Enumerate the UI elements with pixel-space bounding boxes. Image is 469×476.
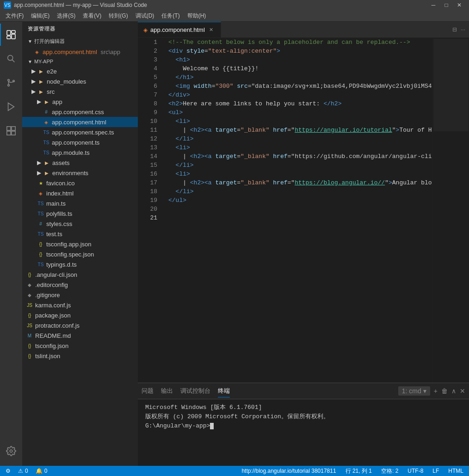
menu-item-t[interactable]: 任务(T) — [158, 11, 183, 21]
title-bar-controls: ─ □ ✕ — [427, 0, 465, 10]
tree-item-index-html[interactable]: ◈index.html — [22, 188, 138, 198]
title-bar-left: VS app.component.html — my-app — Visual … — [4, 1, 147, 9]
git-icon[interactable] — [0, 72, 22, 94]
editor-tab-app-component-html[interactable]: ◈ app.component.html ✕ — [138, 22, 221, 37]
maximize-button[interactable]: □ — [440, 0, 452, 10]
error-count: 0 — [25, 468, 28, 474]
tree-item-typings-d-ts[interactable]: TStypings.d.ts — [22, 259, 138, 269]
tree-item-test-ts[interactable]: TStest.ts — [22, 229, 138, 239]
tree-item-app[interactable]: ▶▶app — [22, 97, 138, 107]
minimize-button[interactable]: ─ — [427, 0, 439, 10]
menu-item-s[interactable]: 选择(S) — [53, 11, 79, 21]
settings-icon[interactable] — [0, 440, 22, 462]
close-button[interactable]: ✕ — [453, 0, 465, 10]
tree-item--angular-cli-json[interactable]: {}.angular-cli.json — [22, 269, 138, 280]
tree-item-styles-css[interactable]: #styles.css — [22, 219, 138, 229]
tree-item-e2e[interactable]: ▶▶e2e — [22, 66, 138, 76]
panel-up-icon[interactable]: ∧ — [451, 387, 456, 395]
status-link[interactable]: http://blog.angular.io/tutorial 38017811 — [240, 468, 338, 474]
add-terminal-icon[interactable]: + — [434, 387, 438, 395]
debug-icon[interactable] — [0, 96, 22, 118]
file-type-icon: {} — [37, 240, 44, 248]
menu-item-h[interactable]: 帮助(H) — [184, 11, 210, 21]
menu-item-g[interactable]: 转到(G) — [105, 11, 131, 21]
more-actions-icon[interactable]: ··· — [461, 26, 465, 33]
terminal-panel: 问题 输出 调试控制台 终端 1: cmd ▾ + 🗑 ∧ ✕ Microsof… — [138, 383, 469, 466]
project-section[interactable]: ▼ MY-APP — [22, 57, 138, 66]
svg-rect-2 — [12, 34, 15, 39]
menu-item-f[interactable]: 文件(F) — [2, 11, 27, 21]
line-ending[interactable]: LF — [431, 468, 441, 474]
indentation[interactable]: 空格: 2 — [379, 467, 400, 475]
tree-item-app-component-spec-ts[interactable]: TSapp.component.spec.ts — [22, 127, 138, 137]
tab-close-button[interactable]: ✕ — [208, 26, 215, 34]
error-icon: ⚠ — [18, 468, 23, 474]
tree-item-karma-conf-js[interactable]: JSkarma.conf.js — [22, 300, 138, 310]
tree-item-app-module-ts[interactable]: TSapp.module.ts — [22, 147, 138, 158]
tree-item-assets[interactable]: ▶▶assets — [22, 158, 138, 168]
tree-item-app-component-html[interactable]: ◈app.component.html — [22, 117, 138, 127]
open-editors-section[interactable]: ▼ 打开的编辑器 — [22, 36, 138, 47]
errors-status-item[interactable]: ⚠ 0 — [16, 468, 30, 474]
tree-item-polyfills-ts[interactable]: TSpolyfills.ts — [22, 208, 138, 219]
tree-item-main-ts[interactable]: TSmain.ts — [22, 198, 138, 208]
tree-item-app-component-ts[interactable]: TSapp.component.ts — [22, 137, 138, 147]
line-col-text: 行 21, 列 1 — [346, 467, 372, 475]
tree-item-favicon-ico[interactable]: ★favicon.ico — [22, 178, 138, 188]
terminal-dropdown[interactable]: 1: cmd ▾ — [398, 386, 430, 396]
git-branch-icon: ⚙ — [6, 468, 11, 474]
terminal-content[interactable]: Microsoft Windows [版本 6.1.7601]版权所有 (c) … — [138, 399, 469, 466]
svg-point-4 — [8, 55, 13, 61]
chevron-icon: ▼ — [28, 39, 32, 44]
terminal-tabs-bar: 问题 输出 调试控制台 终端 1: cmd ▾ + 🗑 ∧ ✕ — [138, 383, 469, 399]
file-label: typings.d.ts — [46, 261, 77, 268]
output-tab[interactable]: 输出 — [161, 385, 173, 397]
file-type-icon: ▶ — [43, 169, 50, 177]
language-mode[interactable]: HTML — [446, 468, 465, 474]
tab-file-icon: ◈ — [143, 27, 148, 33]
terminal-tab[interactable]: 终端 — [218, 385, 230, 397]
menu-item-e[interactable]: 编辑(E) — [27, 11, 53, 21]
code-area[interactable]: <!--The content below is only a placehol… — [161, 38, 432, 383]
warnings-status-item[interactable]: 🔔 0 — [34, 468, 49, 474]
tree-item-tsconfig-json[interactable]: {}tsconfig.json — [22, 341, 138, 351]
tree-item-protractor-conf-js[interactable]: JSprotractor.conf.js — [22, 320, 138, 330]
cursor-position[interactable]: 行 21, 列 1 — [344, 467, 374, 475]
kill-terminal-icon[interactable]: 🗑 — [441, 387, 448, 395]
tree-item-environments[interactable]: ▶▶environments — [22, 168, 138, 178]
extensions-icon[interactable] — [0, 120, 22, 142]
tree-item-tsconfig-app-json[interactable]: {}tsconfig.app.json — [22, 239, 138, 249]
line-number-19: 19 — [142, 196, 157, 205]
file-label: environments — [52, 170, 88, 177]
open-file-item[interactable]: ◈ app.component.html src\app — [22, 47, 138, 57]
line-number-4: 4 — [142, 64, 157, 73]
tree-item-app-component-css[interactable]: #app.component.css — [22, 107, 138, 117]
tree-item--editorconfig[interactable]: ◆.editorconfig — [22, 280, 138, 290]
file-label: .editorconfig — [35, 281, 68, 288]
tree-item-src[interactable]: ▶▶src — [22, 86, 138, 97]
problems-tab[interactable]: 问题 — [142, 385, 154, 397]
tree-item-tslint-json[interactable]: {}tslint.json — [22, 351, 138, 361]
tree-item-readme-md[interactable]: MREADME.md — [22, 330, 138, 341]
encoding[interactable]: UTF-8 — [406, 468, 425, 474]
tree-item-package-json[interactable]: {}package.json — [22, 310, 138, 320]
code-line-14: | <h2><a target="_blank" href="https://g… — [161, 152, 432, 161]
explorer-icon[interactable] — [0, 24, 22, 46]
code-line-13: <li> — [161, 143, 432, 152]
tree-item--gitignore[interactable]: ◆.gitignore — [22, 290, 138, 300]
search-icon[interactable] — [0, 48, 22, 70]
file-type-icon: ◆ — [26, 291, 33, 299]
close-panel-icon[interactable]: ✕ — [460, 387, 465, 395]
debug-console-tab[interactable]: 调试控制台 — [180, 385, 210, 397]
file-label: app.component.css — [52, 109, 104, 116]
tree-item-tsconfig-spec-json[interactable]: {}tsconfig.spec.json — [22, 249, 138, 259]
git-status-item[interactable]: ⚙ — [4, 468, 12, 474]
menu-item-v[interactable]: 查看(V) — [79, 11, 105, 21]
split-editor-icon[interactable]: ⊟ — [452, 26, 457, 33]
file-label: karma.conf.js — [35, 302, 71, 309]
minimap-content — [433, 39, 469, 131]
tree-item-node-modules[interactable]: ▶▶node_modules — [22, 76, 138, 86]
minimap — [432, 38, 469, 383]
menu-item-d[interactable]: 调试(D) — [132, 11, 158, 21]
code-line-8: <h2>Here are some links to help you star… — [161, 99, 432, 108]
